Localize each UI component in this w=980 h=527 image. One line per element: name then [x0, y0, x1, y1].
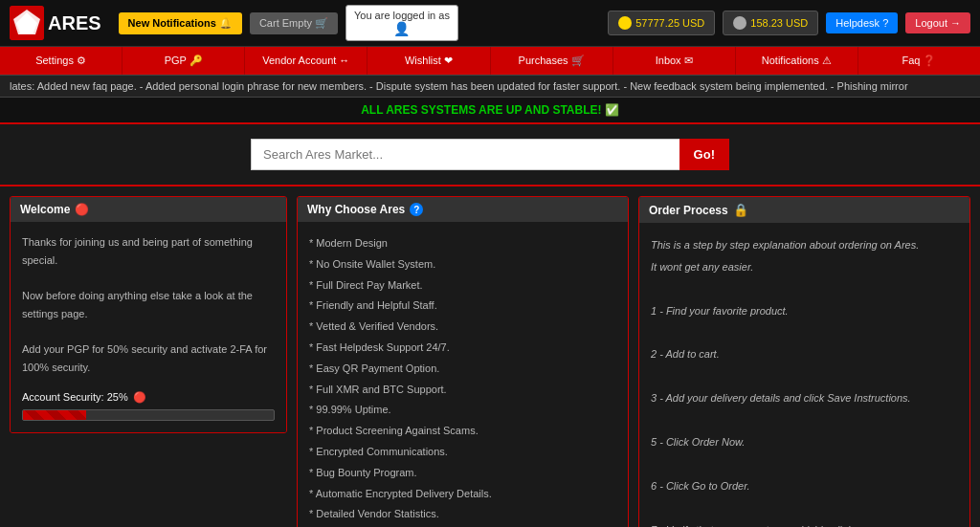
nav-wishlist[interactable]: Wishlist ❤	[368, 47, 490, 75]
xmr-icon	[733, 16, 746, 30]
order-line	[651, 278, 958, 300]
security-text: Account Security: 25%	[22, 391, 128, 403]
xmr-balance-value: 158.23 USD	[750, 17, 808, 29]
welcome-panel: Welcome 🔴 Thanks for joining us and bein…	[10, 196, 287, 527]
main-content: Welcome 🔴 Thanks for joining us and bein…	[0, 185, 980, 527]
nav-pgp[interactable]: PGP 🔑	[122, 47, 245, 75]
order-line: 6 - Click Go to Order.	[651, 475, 958, 497]
welcome-title: Welcome 🔴	[11, 197, 286, 222]
logout-button[interactable]: Logout →	[905, 12, 970, 33]
order-line: 1 - Find your favorite product.	[651, 300, 958, 322]
btc-coin-icon	[618, 16, 632, 30]
order-line: This is a step by step explanation about…	[651, 234, 958, 256]
lock-icon: 🔒	[733, 203, 748, 217]
order-title: Order Process 🔒	[639, 197, 969, 223]
welcome-label: Welcome	[20, 203, 70, 216]
list-item: * Friendly and Helpful Staff.	[309, 296, 616, 317]
notifications-button[interactable]: New Notifications 🔔	[119, 12, 242, 34]
list-item: * Encrypted Communications.	[309, 442, 616, 463]
list-item: * No Onsite Wallet System.	[309, 254, 616, 275]
ticker-text: lates: Added new faq page. - Added perso…	[10, 80, 908, 92]
xmr-balance-button[interactable]: 158.23 USD	[723, 11, 818, 35]
list-item: * Vetted & Verified Vendors.	[309, 317, 616, 338]
logged-in-box: You are logged in as 👤	[345, 5, 458, 41]
svg-text:★: ★	[22, 18, 33, 30]
order-label: Order Process	[649, 204, 728, 217]
order-line: 3 - Add your delivery details and click …	[651, 387, 958, 409]
order-panel: Order Process 🔒 This is a step by step e…	[638, 196, 970, 527]
list-item: * Full Direct Pay Market.	[309, 275, 616, 296]
choose-label: Why Choose Ares	[307, 203, 405, 216]
user-icon: 👤	[354, 21, 450, 36]
nav-inbox[interactable]: Inbox ✉	[613, 47, 736, 75]
order-line	[651, 322, 958, 344]
nav-notifications[interactable]: Notifications ⚠	[736, 47, 858, 75]
list-item: * Full XMR and BTC Support.	[309, 380, 616, 401]
order-line: 7 - Verify that you are not on a phishin…	[651, 519, 958, 527]
order-line	[651, 365, 958, 387]
welcome-box: Welcome 🔴 Thanks for joining us and bein…	[10, 196, 287, 433]
security-icon: 🔴	[133, 391, 146, 404]
list-item: * Detailed Vendor Statistics.	[309, 504, 616, 525]
order-text: This is a step by step explanation about…	[651, 234, 958, 527]
list-item: * 99.99% Uptime.	[309, 400, 616, 421]
order-line: It wont get any easier.	[651, 256, 958, 278]
nav-vendor-account[interactable]: Vendor Account ↔	[245, 47, 368, 75]
news-ticker: lates: Added new faq page. - Added perso…	[0, 75, 980, 98]
order-line	[651, 409, 958, 431]
cart-button[interactable]: Cart Empty 🛒	[250, 12, 338, 34]
status-bar: ALL ARES SYSTEMS ARE UP AND STABLE! ✅	[0, 98, 980, 124]
choose-list: * Modern Design * No Onsite Wallet Syste…	[309, 233, 616, 527]
list-item: * Bug Bounty Program.	[309, 463, 616, 484]
logo-text: ARES	[48, 12, 101, 34]
order-line	[651, 497, 958, 519]
welcome-dot-icon: 🔴	[75, 203, 89, 216]
order-line	[651, 453, 958, 475]
choose-title: Why Choose Ares ?	[298, 197, 628, 222]
welcome-body: Thanks for joining us and being part of …	[11, 222, 286, 432]
status-text: ALL ARES SYSTEMS ARE UP AND STABLE! ✅	[361, 103, 619, 117]
helpdesk-button[interactable]: Helpdesk ?	[826, 12, 898, 33]
search-button[interactable]: Go!	[679, 139, 729, 170]
search-input[interactable]	[251, 139, 679, 170]
order-box: Order Process 🔒 This is a step by step e…	[638, 196, 970, 527]
list-item: * Easy QR Payment Option.	[309, 359, 616, 380]
choose-panel: Why Choose Ares ? * Modern Design * No O…	[297, 196, 629, 527]
logged-in-label: You are logged in as	[354, 10, 450, 21]
logo-icon: ★	[10, 6, 44, 40]
search-area: Go!	[0, 124, 980, 185]
choose-body: * Modern Design * No Onsite Wallet Syste…	[298, 222, 628, 527]
list-item: * Product Screening Against Scams.	[309, 421, 616, 442]
security-bar-bg	[22, 409, 275, 421]
security-label: Account Security: 25% 🔴	[22, 391, 275, 404]
nav-settings[interactable]: Settings ⚙	[0, 47, 122, 75]
order-line: 2 - Add to cart.	[651, 343, 958, 365]
nav-faq[interactable]: Faq ❓	[858, 47, 980, 75]
list-item: * Automatic Encrypted Delivery Details.	[309, 484, 616, 505]
search-box: Go!	[251, 139, 729, 170]
list-item: * Fast Helpdesk Support 24/7.	[309, 338, 616, 359]
welcome-text: Thanks for joining us and being part of …	[22, 233, 275, 377]
logo: ★ ARES	[10, 6, 101, 40]
security-bar-fill	[23, 410, 86, 420]
order-line: 5 - Click Order Now.	[651, 431, 958, 453]
btc-balance-value: 57777.25 USD	[635, 17, 704, 29]
nav-purchases[interactable]: Purchases 🛒	[491, 47, 613, 75]
header: ★ ARES New Notifications 🔔 Cart Empty 🛒 …	[0, 0, 980, 47]
list-item: * Modern Design	[309, 233, 616, 254]
question-icon[interactable]: ?	[410, 203, 423, 216]
btc-balance-button[interactable]: 57777.25 USD	[608, 11, 715, 35]
order-body: This is a step by step explanation about…	[639, 223, 969, 527]
main-nav: Settings ⚙ PGP 🔑 Vendor Account ↔ Wishli…	[0, 47, 980, 75]
choose-box: Why Choose Ares ? * Modern Design * No O…	[297, 196, 629, 527]
